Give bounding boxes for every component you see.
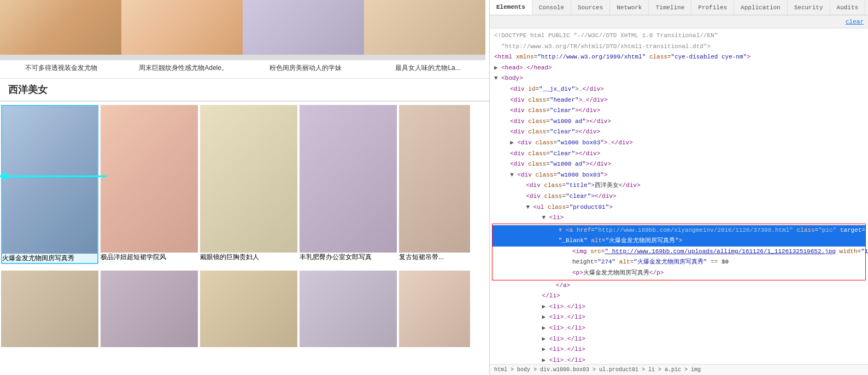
tag-li-6: <li> bbox=[549, 346, 564, 353]
tag-ul-end: > bbox=[609, 204, 613, 210]
tab-console[interactable]: Console bbox=[532, 0, 571, 15]
html-line-li-6[interactable]: ▶ <li>…</li> bbox=[490, 344, 868, 355]
grid-item-4[interactable]: 丰乳肥臀办公室女郎写真 bbox=[300, 105, 397, 264]
tag-clear3-end: ></div> bbox=[575, 150, 600, 157]
attr-src-img-val[interactable]: " http://www.169bb.com/uploads/allimg/16… bbox=[605, 248, 835, 255]
attr-src-img: src bbox=[590, 248, 601, 255]
tab-profiles[interactable]: Profiles bbox=[691, 0, 734, 15]
grid-image-7 bbox=[101, 271, 198, 347]
tag-clear1: <div bbox=[510, 107, 524, 114]
attr-class-header-val: "header" bbox=[550, 97, 579, 103]
tag-li-6-close: </li> bbox=[567, 346, 585, 353]
attr-class-clear1: class bbox=[528, 107, 546, 114]
tag-clear2-end: ></div> bbox=[575, 128, 600, 135]
tab-network[interactable]: Network bbox=[610, 0, 649, 15]
html-line-img[interactable]: <img src=" http://www.169bb.com/uploads/… bbox=[492, 247, 865, 257]
html-line-body[interactable]: ▼ <body> bbox=[490, 73, 868, 84]
arrow-head bbox=[0, 172, 7, 180]
html-line-anchor2[interactable]: "_Blank" alt="火爆金发尤物闺房写真秀"> bbox=[492, 236, 865, 247]
tag-jxdiv-close: </div> bbox=[582, 86, 604, 92]
attr-alt-a-val: "火爆金发尤物闺房写真秀"> bbox=[606, 237, 683, 244]
tab-audits[interactable]: Audits bbox=[830, 0, 866, 15]
tag-box03-1-end: > bbox=[604, 139, 608, 146]
html-line-li-7[interactable]: ▶ <li>…</li> bbox=[490, 355, 868, 364]
attr-class-html-val: "cye-disabled cye-nm" bbox=[671, 54, 747, 60]
attr-class-clear3-val: "clear" bbox=[550, 150, 575, 157]
html-line-a-close[interactable]: </a> bbox=[490, 280, 868, 291]
tag-box03-2: <div bbox=[517, 172, 531, 178]
clear-button[interactable]: clear bbox=[846, 19, 864, 25]
html-line-box03-2[interactable]: ▼ <div class="w1000 box03"> bbox=[490, 170, 868, 181]
html-line-box03-1[interactable]: ▶ <div class="w1000 box03">…</div> bbox=[490, 138, 868, 149]
attr-href: href bbox=[577, 227, 591, 233]
attr-class-clear1-val: "clear" bbox=[550, 107, 575, 114]
html-line-ul[interactable]: ▼ <ul class="product01"> bbox=[490, 202, 868, 213]
top-image-box-2 bbox=[121, 0, 243, 55]
html-line-title[interactable]: <div class="title">西洋美女</div> bbox=[490, 180, 868, 191]
grid-image-2 bbox=[101, 105, 198, 253]
grid-item-6[interactable] bbox=[1, 271, 98, 347]
grid-item-9[interactable] bbox=[300, 271, 397, 347]
tag-body: <body> bbox=[501, 75, 523, 81]
tab-security[interactable]: Security bbox=[788, 0, 830, 15]
html-line-li-2[interactable]: ▶ <li>…</li> bbox=[490, 302, 868, 313]
tag-title-close: </div> bbox=[619, 182, 641, 189]
equals-sign: == bbox=[711, 259, 722, 265]
tag-li-close: </li> bbox=[542, 292, 560, 299]
tab-timeline[interactable]: Timeline bbox=[649, 0, 691, 15]
grid-item-10[interactable] bbox=[399, 271, 470, 347]
grid-caption-5: 复古短裙吊带... bbox=[399, 253, 470, 262]
tag-clear2: <div bbox=[510, 128, 524, 135]
top-image-4[interactable] bbox=[364, 0, 485, 60]
html-line-ad2[interactable]: <div class="w1000 ad"></div> bbox=[490, 159, 868, 170]
grid-item-1[interactable]: 火爆金发尤物闺房写真秀 bbox=[1, 105, 98, 264]
top-image-box-4 bbox=[364, 0, 485, 55]
tag-li-5-close: </li> bbox=[567, 336, 585, 342]
top-image-2[interactable] bbox=[121, 0, 243, 60]
html-line-clear3[interactable]: <div class="clear"></div> bbox=[490, 149, 868, 160]
tab-sources[interactable]: Sources bbox=[571, 0, 610, 15]
html-line-clear4[interactable]: <div class="clear"></div> bbox=[490, 191, 868, 202]
grid-item-3[interactable]: 戴眼镜的巨胸贵妇人 bbox=[200, 105, 297, 264]
html-line-li-5[interactable]: ▶ <li>…</li> bbox=[490, 334, 868, 345]
arrow-box03-1: ▶ bbox=[510, 139, 517, 146]
tab-application[interactable]: Application bbox=[734, 0, 788, 15]
html-line-html[interactable]: <html xmlns="http://www.w3.org/1999/xhtm… bbox=[490, 52, 868, 63]
tag-jxdiv-end: > bbox=[575, 86, 579, 92]
grid-item-8[interactable] bbox=[200, 271, 297, 347]
html-line-anchor[interactable]: ▼ <a href="http://www.169bb.com/xiyangme… bbox=[492, 225, 865, 236]
grid-image-4 bbox=[300, 105, 397, 253]
tag-li-7-close: </li> bbox=[567, 357, 585, 364]
tab-elements[interactable]: Elements bbox=[490, 0, 532, 15]
tag-li-2-close: </li> bbox=[567, 303, 585, 310]
top-image-1[interactable] bbox=[0, 0, 121, 60]
html-line-li-4[interactable]: ▶ <li>…</li> bbox=[490, 323, 868, 334]
html-line-ad1[interactable]: <div class="w1000 ad"></div> bbox=[490, 116, 868, 127]
attr-class-title-val: "title" bbox=[566, 182, 591, 189]
html-line-li-close[interactable]: </li> bbox=[490, 291, 868, 302]
html-line-li-open[interactable]: ▼ <li> bbox=[490, 213, 868, 224]
grid-item-7[interactable] bbox=[101, 271, 198, 347]
html-line-clear1[interactable]: <div class="clear"></div> bbox=[490, 106, 868, 116]
ellipsis-li-4: … bbox=[564, 325, 567, 331]
html-line-jxdiv[interactable]: <div id="__jx_div">…</div> bbox=[490, 84, 868, 95]
html-line-head[interactable]: ▶ <head>…</head> bbox=[490, 63, 868, 74]
html-line-li-3[interactable]: ▶ <li>…</li> bbox=[490, 312, 868, 323]
tag-li: <li> bbox=[549, 214, 564, 221]
html-line-clear2[interactable]: <div class="clear"></div> bbox=[490, 127, 868, 138]
top-image-3[interactable] bbox=[243, 0, 364, 60]
attr-class-clear3: class bbox=[528, 150, 546, 157]
arrow-ul: ▼ bbox=[526, 204, 533, 210]
tag-li-5: <li> bbox=[549, 336, 564, 342]
tag-li-4-close: </li> bbox=[567, 325, 585, 331]
html-line-doctype2[interactable]: "http://www.w3.org/TR/xhtml1/DTD/xhtml1-… bbox=[490, 42, 868, 52]
tag-a: <a bbox=[566, 227, 573, 233]
grid-item-2[interactable]: 极品洋妞超短裙学院风 bbox=[101, 105, 198, 264]
html-line-doctype1[interactable]: <!DOCTYPE html PUBLIC "-//W3C//DTD XHTML… bbox=[490, 31, 868, 42]
tag-html: <html bbox=[494, 54, 512, 60]
html-line-img2[interactable]: height="274" alt="火爆金发尤物闺房写真秀" == $0 bbox=[492, 257, 865, 268]
html-line-header[interactable]: <div class="header">…</div> bbox=[490, 95, 868, 106]
grid-item-5[interactable]: 复古短裙吊带... bbox=[399, 105, 470, 264]
dom-path-text: html > body > div.w1000.box03 > ul.produ… bbox=[494, 367, 701, 373]
html-line-p[interactable]: <p>火爆金发尤物闺房写真秀</p> bbox=[492, 268, 865, 279]
